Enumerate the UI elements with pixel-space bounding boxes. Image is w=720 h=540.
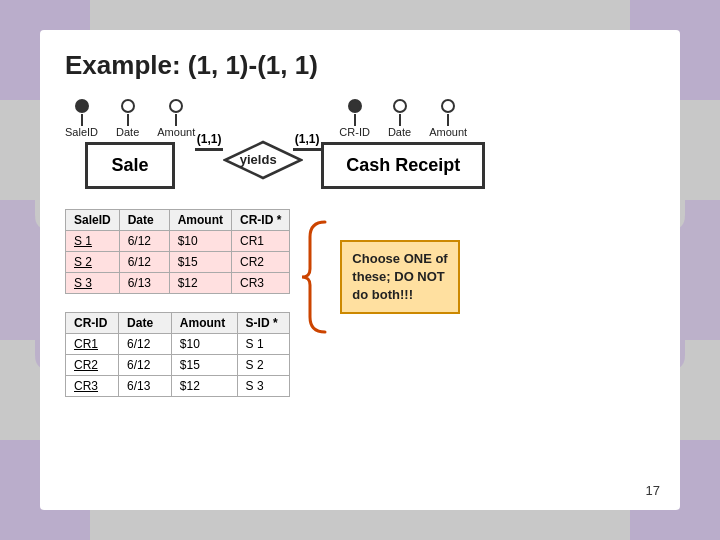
attr-label-saleid: SaleID [65, 126, 98, 138]
sale-row1-id: S 1 [66, 231, 120, 252]
sale-row3-date: 6/13 [119, 273, 169, 294]
connector-left [195, 148, 223, 151]
cr-table-header-row: CR-ID Date Amount S-ID * [66, 313, 290, 334]
attr-line-date-cr [399, 114, 401, 126]
cr-col-sid: S-ID * [237, 313, 290, 334]
sale-row2-date: 6/12 [119, 252, 169, 273]
table-row: S 1 6/12 $10 CR1 [66, 231, 290, 252]
table-separator [65, 294, 290, 312]
attr-date-cr: Date [388, 99, 411, 138]
attr-amount-cr: Amount [429, 99, 467, 138]
attr-line-amount-cr [447, 114, 449, 126]
cr-row3-date: 6/13 [119, 376, 172, 397]
sale-entity-box: Sale [85, 142, 175, 189]
sale-table-header-row: SaleID Date Amount CR-ID * [66, 210, 290, 231]
choose-section: Choose ONE of these; DO NOT do both!!! [300, 217, 459, 337]
attr-line-saleid [81, 114, 83, 126]
choose-note-line3: do both!!! [352, 287, 413, 302]
relationship-diamond: yields [223, 140, 293, 178]
sale-col-date: Date [119, 210, 169, 231]
table-row: S 2 6/12 $15 CR2 [66, 252, 290, 273]
cr-row1-date: 6/12 [119, 334, 172, 355]
sale-col-saleid: SaleID [66, 210, 120, 231]
cr-row3-amount: $12 [171, 376, 237, 397]
attr-circle-amount-cr [441, 99, 455, 113]
cr-row2-sid: S 2 [237, 355, 290, 376]
sale-row1-date: 6/12 [119, 231, 169, 252]
attr-label-amount-cr: Amount [429, 126, 467, 138]
cr-attr-row: CR-ID Date Amount [339, 99, 467, 138]
sale-row1-crid: CR1 [232, 231, 290, 252]
cr-row3-id: CR3 [66, 376, 119, 397]
sale-table: SaleID Date Amount CR-ID * S 1 6/12 $10 … [65, 209, 290, 294]
sale-row2-crid: CR2 [232, 252, 290, 273]
attr-circle-saleid [75, 99, 89, 113]
attr-circle-date-sale [121, 99, 135, 113]
bracket-icon [300, 217, 330, 337]
cr-row1-id: CR1 [66, 334, 119, 355]
table-row: S 3 6/13 $12 CR3 [66, 273, 290, 294]
attr-date-sale: Date [116, 99, 139, 138]
attr-label-date-sale: Date [116, 126, 139, 138]
tables-container: SaleID Date Amount CR-ID * S 1 6/12 $10 … [65, 209, 290, 397]
er-diagram: SaleID Date Amount Sale (1,1) [65, 99, 655, 189]
choose-note-line2: these; DO NOT [352, 269, 444, 284]
attr-label-amount-sale: Amount [157, 126, 195, 138]
relationship-wrapper: yields [223, 110, 293, 178]
table-row: CR2 6/12 $15 S 2 [66, 355, 290, 376]
attr-amount-sale: Amount [157, 99, 195, 138]
attr-saleid: SaleID [65, 99, 98, 138]
attr-circle-date-cr [393, 99, 407, 113]
cr-entity-wrapper: CR-ID Date Amount Cash Receipt [321, 99, 485, 189]
sale-row2-amount: $15 [169, 252, 231, 273]
cr-row3-sid: S 3 [237, 376, 290, 397]
page-number: 17 [646, 483, 660, 498]
cr-col-amount: Amount [171, 313, 237, 334]
cr-col-crid: CR-ID [66, 313, 119, 334]
attr-circle-amount-sale [169, 99, 183, 113]
sale-col-amount: Amount [169, 210, 231, 231]
attr-line-date-sale [127, 114, 129, 126]
sale-row3-amount: $12 [169, 273, 231, 294]
sale-attr-row: SaleID Date Amount [65, 99, 195, 138]
cr-row2-amount: $15 [171, 355, 237, 376]
attr-line-crid [354, 114, 356, 126]
table-row: CR3 6/13 $12 S 3 [66, 376, 290, 397]
table-row: CR1 6/12 $10 S 1 [66, 334, 290, 355]
cr-entity-label: Cash Receipt [346, 155, 460, 175]
cr-row1-amount: $10 [171, 334, 237, 355]
attr-crid: CR-ID [339, 99, 370, 138]
sale-row3-id: S 3 [66, 273, 120, 294]
sale-row2-id: S 2 [66, 252, 120, 273]
attr-label-crid: CR-ID [339, 126, 370, 138]
sale-row3-crid: CR3 [232, 273, 290, 294]
cr-col-date: Date [119, 313, 172, 334]
cr-entity-box: Cash Receipt [321, 142, 485, 189]
relationship-label: yields [240, 152, 277, 167]
cr-table: CR-ID Date Amount S-ID * CR1 6/12 $10 S … [65, 312, 290, 397]
cr-row1-sid: S 1 [237, 334, 290, 355]
attr-label-date-cr: Date [388, 126, 411, 138]
choose-note-line1: Choose ONE of [352, 251, 447, 266]
sale-entity-wrapper: SaleID Date Amount Sale [65, 99, 195, 189]
sale-col-crid: CR-ID * [232, 210, 290, 231]
cr-row2-id: CR2 [66, 355, 119, 376]
attr-circle-crid [348, 99, 362, 113]
page-title: Example: (1, 1)-(1, 1) [65, 50, 655, 81]
cardinality-left-label: (1,1) [197, 132, 222, 146]
cr-row2-date: 6/12 [119, 355, 172, 376]
main-content: Example: (1, 1)-(1, 1) SaleID Date [40, 30, 680, 510]
attr-line-amount-sale [175, 114, 177, 126]
sale-row1-amount: $10 [169, 231, 231, 252]
choose-note-box: Choose ONE of these; DO NOT do both!!! [340, 240, 459, 315]
